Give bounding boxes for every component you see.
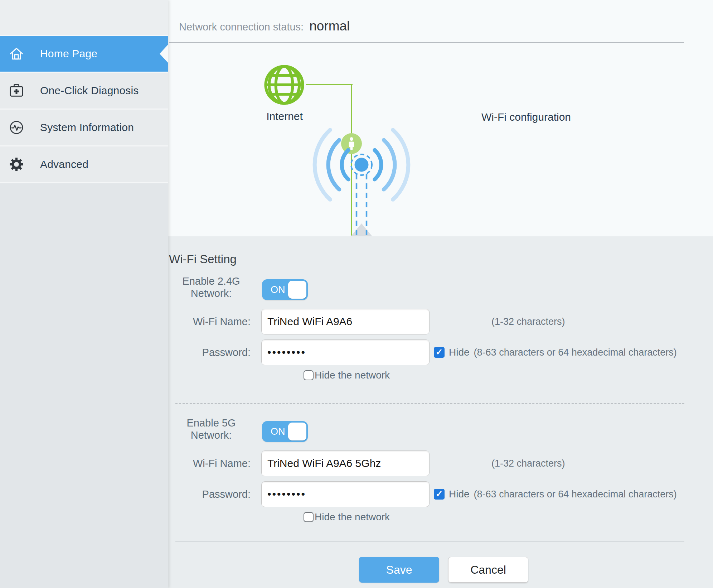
wifi-name-hint: (1-32 characters) — [491, 312, 565, 331]
wifi-name-input-5g[interactable] — [261, 450, 430, 476]
wifi-name-hint: (1-32 characters) — [491, 454, 565, 473]
sidebar-item-advanced[interactable]: Advanced — [0, 146, 168, 183]
password-hint: (8-63 characters or 64 hexadecimal chara… — [474, 347, 677, 358]
gear-icon — [9, 156, 24, 172]
wifi-name-label: Wi-Fi Name: — [172, 454, 251, 473]
sidebar-item-label: System Information — [40, 121, 134, 134]
hide-password-checkbox-2g[interactable]: ✓ — [434, 347, 445, 358]
diagnosis-kit-icon — [9, 83, 24, 98]
hide-network-row-5g: ✓ Hide the network — [304, 511, 390, 524]
internet-label: Internet — [249, 110, 320, 122]
password-input-5g[interactable] — [261, 481, 430, 507]
password-label: Password: — [172, 343, 251, 362]
toggle-knob[interactable] — [288, 281, 306, 299]
network-status-row: Network connection status: normal — [179, 19, 350, 34]
enable-5g-toggle[interactable]: ON — [262, 421, 308, 442]
check-icon: ✓ — [436, 489, 443, 499]
toggle-knob[interactable] — [288, 423, 306, 440]
home-icon — [9, 46, 24, 62]
save-button[interactable]: Save — [359, 557, 439, 583]
hide-network-label: Hide the network — [315, 511, 390, 523]
check-icon: ✓ — [436, 347, 443, 357]
sidebar-item-label: Advanced — [40, 158, 88, 170]
password-hide-row: ✓ Hide (8-63 characters or 64 hexadecima… — [434, 481, 677, 507]
network-status-panel: Network connection status: normal Intern… — [168, 0, 713, 236]
enable-2g-toggle[interactable]: ON — [262, 279, 308, 300]
sidebar-item-label: One-Click Diagnosis — [40, 85, 139, 97]
network-status-value: normal — [309, 19, 350, 34]
pulse-icon — [9, 120, 24, 135]
password-input-2g[interactable] — [261, 339, 430, 365]
band-2g-form: Enable 2.4G Network: ON Wi-Fi Name: (1-3… — [168, 236, 713, 383]
password-hint: (8-63 characters or 64 hexadecimal chara… — [474, 489, 677, 500]
hide-password-label: Hide — [449, 347, 470, 358]
toggle-on-label: ON — [271, 426, 285, 437]
status-divider — [169, 42, 684, 43]
wifi-name-label: Wi-Fi Name: — [172, 312, 251, 331]
enable-2g-label: Enable 2.4G Network: — [172, 275, 251, 299]
toggle-on-label: ON — [271, 284, 285, 295]
connector-line-horizontal — [306, 84, 353, 85]
sidebar-top-spacer — [0, 0, 168, 36]
wifi-name-input-2g[interactable] — [261, 309, 430, 334]
password-label: Password: — [172, 485, 251, 503]
hide-password-label: Hide — [449, 488, 470, 500]
wifi-configuration-label: Wi-Fi configuration — [455, 111, 598, 123]
sidebar-item-system-information[interactable]: System Information — [0, 110, 168, 146]
hide-network-checkbox-5g[interactable]: ✓ — [304, 512, 314, 522]
sidebar-item-one-click-diagnosis[interactable]: One-Click Diagnosis — [0, 73, 168, 110]
internet-globe-icon — [262, 63, 306, 107]
sidebar-item-home-page[interactable]: Home Page — [0, 36, 168, 73]
hide-password-checkbox-5g[interactable]: ✓ — [434, 489, 445, 500]
password-hide-row: ✓ Hide (8-63 characters or 64 hexadecima… — [434, 339, 677, 365]
wifi-setting-section: Wi-Fi Setting Enable 2.4G Network: ON Wi… — [168, 236, 713, 588]
wifi-antenna-icon — [308, 125, 415, 236]
band-5g-form: Enable 5G Network: ON Wi-Fi Name: (1-32 … — [168, 378, 713, 525]
enable-5g-label: Enable 5G Network: — [172, 417, 251, 441]
sidebar: Home Page One-Click Diagnosis System Inf… — [0, 0, 168, 588]
buttons-divider — [175, 541, 684, 542]
network-status-label: Network connection status: — [179, 21, 304, 33]
sidebar-item-label: Home Page — [40, 48, 97, 60]
cancel-button[interactable]: Cancel — [448, 557, 528, 583]
